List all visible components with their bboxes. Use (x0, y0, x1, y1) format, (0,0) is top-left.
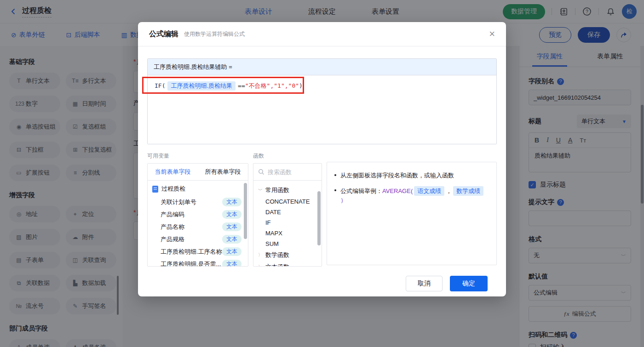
help-tip-1-text: 从左侧面板选择字段名和函数，或输入函数 (340, 171, 454, 180)
functions-panel: ﹀常用函数CONCATENATEDATEIFMAPXSUM〉数学函数〉文本函数 (253, 163, 322, 267)
function-group[interactable]: 〉数学函数 (258, 249, 320, 261)
variables-scrollbar[interactable] (244, 183, 247, 239)
formula-close-paren: ) (299, 82, 303, 89)
formula-operator: == (238, 82, 245, 89)
bullet-icon (334, 174, 336, 176)
variable-name: 关联计划单号 (161, 198, 196, 206)
function-item[interactable]: IF (258, 217, 320, 228)
help-spacer (327, 152, 497, 159)
variables-tab[interactable]: 所有表单字段 (198, 164, 248, 180)
variable-row[interactable]: 产品编码文本 (152, 208, 242, 221)
modal-title: 公式编辑 (149, 29, 178, 39)
function-search[interactable] (253, 164, 322, 181)
example-function: AVERAGE( (382, 188, 413, 194)
example-chip-1: 语文成绩 (414, 186, 444, 196)
modal-subtitle: 使用数学运算符编辑公式 (184, 30, 245, 38)
help-tip-1: 从左侧面板选择字段名和函数，或输入函数 (334, 171, 489, 180)
close-icon[interactable]: × (489, 29, 495, 39)
form-root-node[interactable]: 过程质检 (152, 185, 242, 193)
formula-field-chip[interactable]: 工序质检明细.质检结果 (167, 81, 236, 91)
type-badge: 文本 (222, 260, 242, 267)
function-item[interactable]: DATE (258, 207, 320, 217)
functions-label: 函数 (253, 152, 322, 160)
function-item[interactable]: CONCATENATE (258, 196, 320, 207)
type-badge: 文本 (222, 247, 242, 256)
variables-panel: 当前表单字段所有表单字段 过程质检 关联计划单号文本产品编码文本产品名称文本产品… (147, 163, 248, 267)
formula-editor[interactable]: IF(工序质检明细.质检结果=="不合格","1","0") (148, 75, 496, 144)
variable-row[interactable]: 工序质检明细.工序名称文本 (152, 245, 242, 258)
formula-box: 工序质检明细.质检结果辅助 = IF(工序质检明细.质检结果=="不合格","1… (147, 58, 497, 144)
help-tip-2-text: 公式编辑举例：AVERAGE(语文成绩，数学成绩） (340, 186, 489, 205)
variable-row[interactable]: 工序质检明细.是否需...文本 (152, 258, 242, 267)
bullet-icon (334, 189, 336, 191)
type-badge: 文本 (222, 235, 242, 244)
formula-help-panel: 从左侧面板选择字段名和函数，或输入函数 公式编辑举例：AVERAGE(语文成绩，… (327, 162, 497, 265)
function-group-label: 常用函数 (265, 186, 289, 194)
function-group[interactable]: ﹀常用函数 (258, 184, 320, 196)
type-badge: 文本 (222, 198, 242, 206)
variable-name: 工序质检明细.是否需... (161, 260, 221, 267)
variable-row[interactable]: 产品规格文本 (152, 233, 242, 245)
type-badge: 文本 (222, 222, 242, 231)
functions-scrollbar[interactable] (317, 191, 321, 245)
formula-strings: "不合格","1","0" (245, 82, 299, 89)
function-item[interactable]: MAPX (258, 228, 320, 239)
variable-list: 关联计划单号文本产品编码文本产品名称文本产品规格文本工序质检明细.工序名称文本工… (152, 196, 242, 267)
function-group[interactable]: 〉文本函数 (258, 261, 320, 267)
formula-function: IF( (155, 82, 165, 89)
formula-expression[interactable]: IF(工序质检明细.质检结果=="不合格","1","0") (148, 75, 496, 97)
function-search-input[interactable] (268, 169, 314, 176)
chevron-right-icon: 〉 (258, 264, 263, 267)
example-chip-2: 数学成绩 (453, 186, 483, 196)
variables-tabs: 当前表单字段所有表单字段 (148, 164, 248, 181)
help-tip-2: 公式编辑举例：AVERAGE(语文成绩，数学成绩） (334, 186, 489, 205)
variable-name: 工序质检明细.工序名称 (161, 248, 222, 256)
chevron-down-icon: ﹀ (258, 187, 263, 193)
formula-target: 工序质检明细.质检结果辅助 = (148, 59, 496, 75)
confirm-button[interactable]: 确定 (450, 276, 488, 291)
variable-name: 产品名称 (161, 223, 184, 231)
variable-name: 产品规格 (161, 235, 184, 244)
form-doc-icon (152, 186, 158, 193)
formula-editor-modal: 公式编辑 使用数学运算符编辑公式 × 工序质检明细.质检结果辅助 = IF(工序… (138, 22, 506, 296)
variable-name: 产品编码 (161, 210, 184, 219)
function-item[interactable]: SUM (258, 239, 320, 249)
variable-row[interactable]: 产品名称文本 (152, 221, 242, 233)
type-badge: 文本 (222, 210, 242, 219)
form-root-label: 过程质检 (161, 185, 185, 193)
function-group-label: 数学函数 (265, 251, 289, 259)
function-group-label: 文本函数 (265, 263, 289, 267)
function-tree: ﹀常用函数CONCATENATEDATEIFMAPXSUM〉数学函数〉文本函数 (253, 181, 322, 267)
variable-row[interactable]: 关联计划单号文本 (152, 196, 242, 208)
variables-label: 可用变量 (147, 152, 248, 160)
chevron-right-icon: 〉 (258, 252, 263, 258)
variables-tab[interactable]: 当前表单字段 (148, 164, 198, 180)
cancel-button[interactable]: 取消 (406, 276, 443, 291)
search-icon (258, 169, 264, 175)
